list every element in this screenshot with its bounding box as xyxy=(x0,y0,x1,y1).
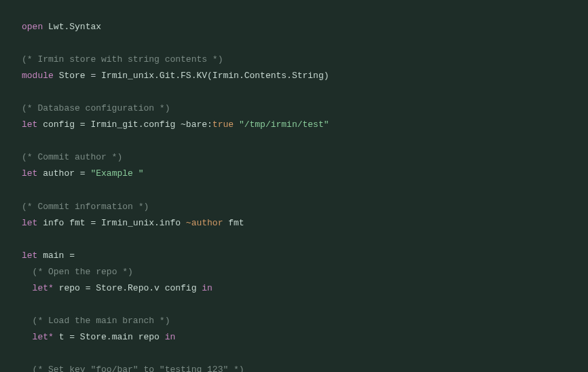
comment: (* Commit author *) xyxy=(22,152,122,162)
keyword-letstar: let* xyxy=(33,332,54,342)
keyword-in: in xyxy=(202,283,213,293)
keyword-let: let xyxy=(22,119,37,130)
binding: t = Store.main repo xyxy=(54,332,165,342)
keyword-let: let xyxy=(22,218,37,228)
binding: repo = Store.Repo.v config xyxy=(54,283,202,293)
keyword-let: let xyxy=(22,168,37,179)
comment: (* Irmin store with string contents *) xyxy=(22,54,223,64)
expr-tail: fmt xyxy=(223,218,244,228)
binding: author = xyxy=(37,168,90,179)
labeled-arg: ~author xyxy=(186,218,223,228)
bool-literal: true xyxy=(213,119,234,130)
comment: (* Load the main branch *) xyxy=(33,316,170,326)
module-name: Store xyxy=(59,71,86,81)
keyword-module: module xyxy=(22,71,54,81)
code-block: open Lwt.Syntax (* Irmin store with stri… xyxy=(22,19,566,372)
keyword-letstar: let* xyxy=(33,283,54,293)
module-path: Lwt.Syntax xyxy=(48,22,101,32)
keyword-open: open xyxy=(22,22,43,32)
comment: (* Commit information *) xyxy=(22,202,149,212)
comment: (* Database configuration *) xyxy=(22,103,170,113)
string-literal: "Example " xyxy=(90,168,143,179)
keyword-in: in xyxy=(165,332,176,342)
binding: info fmt = Irmin_unix.info xyxy=(37,218,185,228)
module-expr: Irmin_unix.Git.FS.KV(Irmin.Contents.Stri… xyxy=(101,71,329,81)
comment: (* Set key "foo/bar" to "testing 123" *) xyxy=(33,365,244,372)
binding: config = Irmin_git.config ~bare: xyxy=(37,119,212,130)
keyword-let: let xyxy=(22,250,37,261)
equals: = xyxy=(86,71,101,81)
comment: (* Open the repo *) xyxy=(33,267,133,277)
binding: main = xyxy=(37,250,75,261)
string-literal: "/tmp/irmin/test" xyxy=(239,119,329,130)
